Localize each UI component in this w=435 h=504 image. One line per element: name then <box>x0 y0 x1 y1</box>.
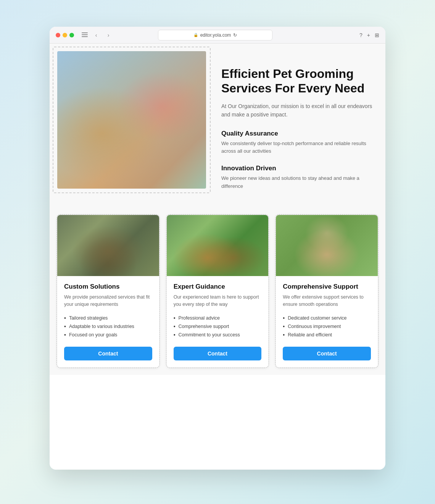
address-bar[interactable]: 🔒 editor.yola.com ↻ <box>158 30 272 40</box>
card-3-list: Dedicated customer service Continuous im… <box>283 314 371 339</box>
question-icon[interactable]: ? <box>359 32 362 38</box>
browser-window: ‹ › 🔒 editor.yola.com ↻ ? + ⊞ Efficient … <box>50 27 385 470</box>
browser-toolbar: ‹ › 🔒 editor.yola.com ↻ ? + ⊞ <box>50 27 385 44</box>
card-2-contact-button[interactable]: Contact <box>174 347 262 360</box>
list-item: Adaptable to various industries <box>64 322 152 331</box>
feature-quality-title: Quality Assurance <box>221 130 378 137</box>
card-expert-guidance: Expert Guidance Our experienced team is … <box>167 215 269 368</box>
feature-quality-desc: We consistently deliver top-notch perfor… <box>221 140 378 156</box>
url-text: editor.yola.com <box>200 32 231 38</box>
card-3-title: Comprehensive Support <box>283 283 371 291</box>
hero-image-container <box>57 51 206 189</box>
tabs-icon[interactable] <box>82 32 88 38</box>
feature-quality: Quality Assurance We consistently delive… <box>221 130 378 156</box>
card-2-title: Expert Guidance <box>174 283 262 291</box>
traffic-light-close[interactable] <box>56 33 60 37</box>
feature-innovation-desc: We pioneer new ideas and solutions to st… <box>221 174 378 191</box>
lock-icon: 🔒 <box>193 33 198 37</box>
card-3-image <box>276 215 378 276</box>
grid-icon[interactable]: ⊞ <box>375 32 379 38</box>
card-1-contact-button[interactable]: Contact <box>64 347 152 360</box>
hero-title: Efficient Pet Grooming Services For Ever… <box>221 66 378 96</box>
hero-description: At Our Organization, our mission is to e… <box>221 102 378 119</box>
list-item: Focused on your goals <box>64 331 152 339</box>
forward-button[interactable]: › <box>105 31 112 39</box>
card-3-description: We offer extensive support services to e… <box>283 294 371 308</box>
list-item: Tailored strategies <box>64 314 152 322</box>
hero-image <box>57 51 206 189</box>
feature-innovation: Innovation Driven We pioneer new ideas a… <box>221 165 378 191</box>
card-custom-solutions: Custom Solutions We provide personalized… <box>57 215 159 368</box>
refresh-icon[interactable]: ↻ <box>233 32 237 38</box>
list-item: Professional advice <box>174 314 262 322</box>
browser-content: Efficient Pet Grooming Services For Ever… <box>50 44 385 375</box>
card-3-body: Comprehensive Support We offer extensive… <box>276 276 378 368</box>
feature-innovation-title: Innovation Driven <box>221 165 378 172</box>
card-1-title: Custom Solutions <box>64 283 152 291</box>
new-tab-icon[interactable]: + <box>367 32 370 38</box>
card-2-image <box>167 215 269 276</box>
card-2-list: Professional advice Comprehensive suppor… <box>174 314 262 339</box>
traffic-light-maximize[interactable] <box>69 33 74 37</box>
hero-text: Efficient Pet Grooming Services For Ever… <box>221 51 378 200</box>
card-3-contact-button[interactable]: Contact <box>283 347 371 360</box>
card-1-description: We provide personalized services that fi… <box>64 294 152 308</box>
list-item: Continuous improvement <box>283 322 371 331</box>
card-1-body: Custom Solutions We provide personalized… <box>57 276 159 368</box>
hero-section: Efficient Pet Grooming Services For Ever… <box>57 51 378 200</box>
browser-actions: ? + ⊞ <box>359 32 379 38</box>
list-item: Dedicated customer service <box>283 314 371 322</box>
list-item: Comprehensive support <box>174 322 262 331</box>
list-item: Reliable and efficient <box>283 331 371 339</box>
card-2-description: Our experienced team is here to support … <box>174 294 262 308</box>
card-1-list: Tailored strategies Adaptable to various… <box>64 314 152 339</box>
back-button[interactable]: ‹ <box>92 31 100 39</box>
traffic-lights <box>56 33 74 37</box>
cards-section: Custom Solutions We provide personalized… <box>57 215 378 368</box>
traffic-light-minimize[interactable] <box>63 33 67 37</box>
card-comprehensive-support: Comprehensive Support We offer extensive… <box>276 215 378 368</box>
card-1-image <box>57 215 159 276</box>
list-item: Commitment to your success <box>174 331 262 339</box>
card-2-body: Expert Guidance Our experienced team is … <box>167 276 269 368</box>
